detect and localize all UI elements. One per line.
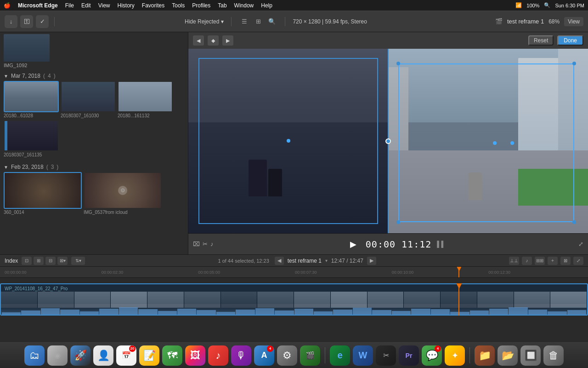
dock-maps[interactable]: 🗺 — [162, 345, 182, 366]
play-button[interactable]: ▶ — [346, 237, 360, 251]
status-right-btn-6[interactable]: ⤢ — [573, 257, 583, 265]
status-icon-4[interactable]: ⊠▾ — [57, 257, 68, 265]
dock-siri[interactable]: ◉ — [47, 345, 68, 366]
date-header-mar7[interactable]: ▼ Mar 7, 2018 ( 4 ) — [4, 70, 184, 81]
dock-podcasts[interactable]: 🎙 — [231, 345, 251, 366]
menubar-wifi[interactable]: 📶 — [515, 2, 522, 8]
menu-file[interactable]: File — [65, 2, 74, 9]
clip-thumb-1[interactable] — [4, 81, 59, 112]
clip-item-1[interactable]: 20180...61028 — [4, 81, 59, 118]
timeline-nav-right[interactable]: ▶ — [367, 257, 376, 265]
fullscreen-btn[interactable]: ⤢ — [578, 241, 583, 247]
center-handle-right-2[interactable] — [510, 141, 514, 145]
corner-handle-tr[interactable] — [572, 62, 576, 65]
prev-nav-left[interactable]: ◀ — [193, 35, 204, 46]
dock-premiere[interactable]: Pr — [399, 345, 419, 366]
set-out-btn[interactable]: ✂ — [203, 241, 208, 247]
dock-calendar[interactable]: 📅 20 — [116, 345, 136, 366]
grid-view-btn[interactable]: ⊞ — [253, 16, 264, 27]
status-icon-1[interactable]: ⊡ — [22, 257, 32, 265]
clip-item-6[interactable]: ⚙ IMG_0537from icloud — [84, 172, 162, 215]
dock-music[interactable]: ♪ — [208, 345, 228, 366]
clip-item-3[interactable]: 20180...161132 — [118, 81, 173, 118]
status-icon-2[interactable]: ⊞ — [34, 257, 44, 265]
dock-file1[interactable]: 📁 — [475, 345, 495, 366]
date-header-feb23[interactable]: ▼ Feb 23, 2018 ( 3 ) — [4, 161, 184, 172]
ruler-playhead[interactable] — [458, 267, 459, 277]
sequence-name[interactable]: test reframe 1 — [288, 258, 322, 264]
app-name[interactable]: Microsoft Edge — [18, 2, 58, 9]
menu-tools[interactable]: Tools — [172, 2, 185, 9]
sequence-dropdown-arrow[interactable]: ▾ — [325, 258, 328, 263]
menu-history[interactable]: History — [118, 2, 135, 9]
clip-item-5[interactable]: 360_0014 — [4, 172, 82, 215]
prev-nav-right[interactable]: ▶ — [222, 35, 233, 46]
status-right-btn-2[interactable]: ♪ — [522, 257, 532, 265]
dock-appstore[interactable]: A 4 — [254, 345, 274, 366]
corner-handle-tl[interactable] — [396, 62, 400, 65]
corner-handle-br[interactable] — [572, 220, 576, 224]
center-handle-left[interactable] — [287, 139, 290, 143]
dock-word[interactable]: W — [353, 345, 373, 366]
toolbar-back-btn[interactable]: ↓ — [5, 15, 17, 28]
corner-handle-bl[interactable] — [396, 220, 400, 224]
center-handle-right-1[interactable] — [493, 141, 497, 145]
menu-favorites[interactable]: Favorites — [142, 2, 164, 9]
status-right-btn-1[interactable]: ⊥⊥ — [509, 257, 519, 265]
dock-screenpal[interactable]: 🎬 — [300, 345, 320, 366]
clip-item-2[interactable]: 20180307_161030 — [61, 81, 116, 118]
preview-divider[interactable] — [388, 49, 389, 233]
status-right-btn-4[interactable]: + — [548, 257, 558, 265]
dock-notes[interactable]: 📝 — [139, 345, 159, 366]
zoom-control[interactable]: 68% — [548, 18, 560, 25]
divider-handle[interactable] — [385, 138, 391, 144]
menu-profiles[interactable]: Profiles — [192, 2, 210, 9]
prev-nav-diamond[interactable]: ◆ — [208, 35, 219, 46]
clip-item-4[interactable]: 20180307_161135 — [4, 120, 59, 157]
dock-contacts[interactable]: 👤 — [93, 345, 113, 366]
dock-launchpad[interactable]: 🚀 — [70, 345, 90, 366]
set-in-btn[interactable]: ⌧ — [193, 241, 200, 247]
view-button[interactable]: View — [564, 17, 583, 26]
dock-edge[interactable]: e — [330, 345, 350, 366]
status-right-btn-5[interactable]: ⊠ — [560, 257, 571, 265]
dock-messages[interactable]: 💬 4 — [422, 345, 442, 366]
dock-finder[interactable]: 🗂 — [24, 345, 45, 366]
sort-btn[interactable]: ⇅▾ — [71, 257, 85, 265]
audio-btn[interactable]: ♪ — [210, 241, 214, 247]
status-right-btn-3[interactable]: ⊞⊞ — [535, 257, 545, 265]
dock-photos[interactable]: 🖼 — [185, 345, 205, 366]
clip-thumb-2[interactable] — [61, 81, 116, 112]
status-icon-3[interactable]: ⊟ — [45, 257, 56, 265]
dock-gemini[interactable]: ✦ — [445, 345, 465, 366]
list-view-btn[interactable]: ☰ — [239, 16, 250, 27]
hide-rejected-control[interactable]: Hide Rejected ▾ — [185, 18, 224, 25]
track-clip[interactable]: WP_20141108_16_22_47_Pro — [0, 283, 588, 316]
menu-window[interactable]: Window — [234, 2, 254, 9]
clip-thumb-3[interactable] — [118, 81, 173, 112]
clip-thumb-6[interactable]: ⚙ — [84, 172, 162, 209]
index-button[interactable]: Index — [5, 258, 18, 264]
menubar-search[interactable]: 🔍 — [544, 2, 550, 8]
clip-thumb-5[interactable] — [4, 172, 82, 209]
toolbar-key-btn[interactable]: ⚿ — [20, 15, 33, 28]
menu-help[interactable]: Help — [261, 2, 272, 9]
done-button[interactable]: Done — [557, 35, 583, 46]
timeline-playhead-main[interactable] — [458, 283, 459, 316]
menu-edit[interactable]: Edit — [81, 2, 91, 9]
apple-menu[interactable]: 🍎 — [4, 2, 11, 9]
dock-file2[interactable]: 📂 — [498, 345, 518, 366]
dock-settings[interactable]: ⚙ — [277, 345, 297, 366]
dock-fcpx[interactable]: ✂ — [376, 345, 396, 366]
bounding-box-right[interactable] — [398, 63, 574, 222]
search-btn[interactable]: 🔍 — [266, 16, 277, 27]
top-clip-thumb[interactable] — [4, 34, 50, 62]
toolbar-check-btn[interactable]: ✓ — [36, 15, 49, 28]
menu-tab[interactable]: Tab — [218, 2, 226, 9]
reset-button[interactable]: Reset — [528, 35, 554, 46]
timeline-nav-left[interactable]: ◀ — [275, 257, 284, 265]
clip-thumb-4[interactable] — [4, 120, 59, 151]
menu-view[interactable]: View — [98, 2, 110, 9]
dock-file3[interactable]: 🔲 — [520, 345, 541, 366]
bounding-box-left[interactable] — [198, 58, 379, 224]
